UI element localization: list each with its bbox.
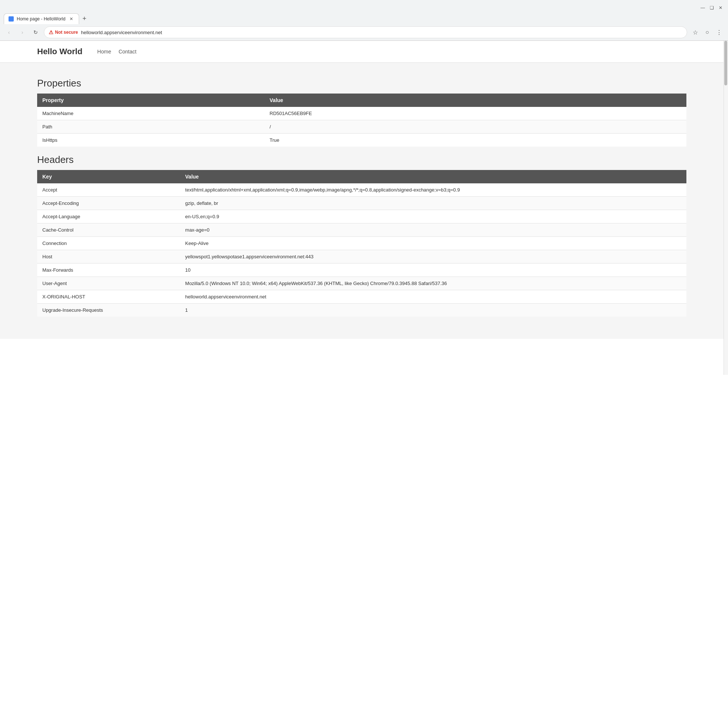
tab-title: Home page - HelloWorld [17, 16, 65, 21]
browser-action-icons: ☆ ○ ⋮ [690, 27, 724, 38]
nav-link-home[interactable]: Home [97, 49, 111, 55]
site-brand: Hello World [37, 47, 83, 56]
property-col-header: Property [37, 93, 265, 107]
table-row: IsHttps True [37, 134, 687, 147]
property-cell: MachineName [37, 107, 265, 120]
headers-table: Key Value Accept text/html,application/x… [37, 170, 687, 317]
table-row: Connection Keep-Alive [37, 237, 687, 250]
tab-close-button[interactable]: ✕ [68, 16, 74, 22]
active-tab[interactable]: Home page - HelloWorld ✕ [4, 13, 79, 24]
url-display: helloworld.appserviceenvironment.net [81, 30, 682, 35]
table-row: Accept text/html,application/xhtml+xml,a… [37, 183, 687, 197]
value-cell: / [265, 120, 687, 134]
hvalue-cell: yellowspot1.yellowspotase1.appserviceenv… [180, 250, 687, 264]
table-row: Path / [37, 120, 687, 134]
page-wrapper: Hello World Home Contact Properties Prop… [0, 41, 728, 375]
key-col-header: Key [37, 170, 180, 183]
key-cell: Accept [37, 183, 180, 197]
hvalue-cell: 10 [180, 264, 687, 277]
properties-table: Property Value MachineName RD501AC56EB9F… [37, 93, 687, 146]
headers-table-header-row: Key Value [37, 170, 687, 183]
hvalue-cell: 1 [180, 304, 687, 317]
properties-table-header-row: Property Value [37, 93, 687, 107]
profile-button[interactable]: ○ [702, 27, 713, 38]
hvalue-cell: Mozilla/5.0 (Windows NT 10.0; Win64; x64… [180, 277, 687, 290]
new-tab-button[interactable]: + [79, 14, 90, 24]
warning-icon: ⚠ [49, 29, 54, 35]
properties-heading: Properties [37, 78, 687, 89]
bookmark-button[interactable]: ☆ [690, 27, 700, 38]
key-cell: Cache-Control [37, 223, 180, 237]
property-cell: IsHttps [37, 134, 265, 147]
page-content: Hello World Home Contact Properties Prop… [0, 41, 723, 375]
tab-favicon [9, 16, 14, 21]
hvalue-col-header: Value [180, 170, 687, 183]
address-bar-row: ‹ › ↻ ⚠ Not secure helloworld.appservice… [0, 24, 728, 40]
title-bar: — ❑ ✕ [0, 0, 728, 13]
key-cell: Connection [37, 237, 180, 250]
table-row: MachineName RD501AC56EB9FE [37, 107, 687, 120]
maximize-button[interactable]: ❑ [708, 4, 715, 12]
value-cell: True [265, 134, 687, 147]
table-row: Cache-Control max-age=0 [37, 223, 687, 237]
window-controls: — ❑ ✕ [699, 4, 724, 12]
key-cell: Max-Forwards [37, 264, 180, 277]
hvalue-cell: helloworld.appserviceenvironment.net [180, 290, 687, 304]
site-navigation: Hello World Home Contact [0, 41, 723, 63]
hvalue-cell: text/html,application/xhtml+xml,applicat… [180, 183, 687, 197]
table-row: X-ORIGINAL-HOST helloworld.appserviceenv… [37, 290, 687, 304]
table-row: Max-Forwards 10 [37, 264, 687, 277]
refresh-button[interactable]: ↻ [31, 27, 41, 38]
key-cell: X-ORIGINAL-HOST [37, 290, 180, 304]
forward-button[interactable]: › [17, 27, 28, 38]
table-row: User-Agent Mozilla/5.0 (Windows NT 10.0;… [37, 277, 687, 290]
hvalue-cell: gzip, deflate, br [180, 197, 687, 210]
key-cell: Host [37, 250, 180, 264]
key-cell: User-Agent [37, 277, 180, 290]
value-cell: RD501AC56EB9FE [265, 107, 687, 120]
key-cell: Accept-Language [37, 210, 180, 223]
close-button[interactable]: ✕ [717, 4, 724, 12]
nav-link-contact[interactable]: Contact [118, 49, 136, 55]
minimize-button[interactable]: — [699, 4, 707, 12]
scrollbar-thumb[interactable] [724, 41, 727, 85]
property-cell: Path [37, 120, 265, 134]
page-scrollbar[interactable] [723, 41, 728, 375]
table-row: Accept-Language en-US,en;q=0.9 [37, 210, 687, 223]
key-cell: Accept-Encoding [37, 197, 180, 210]
hvalue-cell: max-age=0 [180, 223, 687, 237]
not-secure-badge: ⚠ Not secure [49, 29, 78, 35]
table-row: Upgrade-Insecure-Requests 1 [37, 304, 687, 317]
address-bar[interactable]: ⚠ Not secure helloworld.appserviceenviro… [44, 26, 687, 38]
table-row: Host yellowspot1.yellowspotase1.appservi… [37, 250, 687, 264]
hvalue-cell: Keep-Alive [180, 237, 687, 250]
menu-button[interactable]: ⋮ [714, 27, 724, 38]
not-secure-label: Not secure [55, 30, 78, 35]
main-content: Properties Property Value MachineName RD… [0, 63, 723, 339]
tab-bar: Home page - HelloWorld ✕ + [0, 13, 728, 24]
value-col-header: Value [265, 93, 687, 107]
headers-heading: Headers [37, 154, 687, 166]
hvalue-cell: en-US,en;q=0.9 [180, 210, 687, 223]
browser-chrome: — ❑ ✕ Home page - HelloWorld ✕ + ‹ › ↻ ⚠… [0, 0, 728, 41]
table-row: Accept-Encoding gzip, deflate, br [37, 197, 687, 210]
back-button[interactable]: ‹ [4, 27, 14, 38]
key-cell: Upgrade-Insecure-Requests [37, 304, 180, 317]
